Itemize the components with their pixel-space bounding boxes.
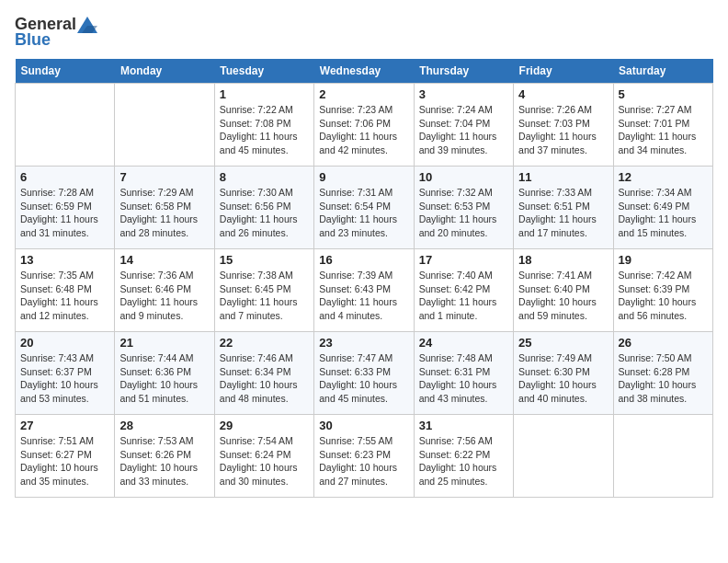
calendar-cell: 21Sunrise: 7:44 AMSunset: 6:36 PMDayligh…: [115, 332, 214, 415]
calendar-cell: 1Sunrise: 7:22 AMSunset: 7:08 PMDaylight…: [214, 84, 313, 167]
day-info: Sunrise: 7:31 AMSunset: 6:54 PMDaylight:…: [319, 186, 408, 240]
day-info: Sunrise: 7:35 AMSunset: 6:48 PMDaylight:…: [20, 269, 109, 323]
day-number: 19: [619, 253, 708, 267]
day-header-monday: Monday: [115, 59, 214, 84]
day-info: Sunrise: 7:32 AMSunset: 6:53 PMDaylight:…: [419, 186, 508, 240]
day-number: 23: [319, 336, 408, 350]
calendar-cell: [16, 84, 115, 167]
logo-blue-text: Blue: [15, 30, 51, 50]
calendar-cell: 20Sunrise: 7:43 AMSunset: 6:37 PMDayligh…: [16, 332, 115, 415]
calendar-cell: 9Sunrise: 7:31 AMSunset: 6:54 PMDaylight…: [314, 167, 414, 249]
day-info: Sunrise: 7:34 AMSunset: 6:49 PMDaylight:…: [619, 186, 708, 240]
day-info: Sunrise: 7:46 AMSunset: 6:34 PMDaylight:…: [220, 351, 309, 406]
day-number: 24: [419, 336, 508, 350]
day-number: 6: [20, 170, 109, 184]
day-number: 30: [319, 419, 408, 432]
day-info: Sunrise: 7:41 AMSunset: 6:40 PMDaylight:…: [518, 269, 608, 323]
day-info: Sunrise: 7:54 AMSunset: 6:24 PMDaylight:…: [220, 434, 309, 488]
day-number: 28: [119, 419, 209, 432]
day-number: 5: [619, 87, 708, 101]
calendar-cell: 11Sunrise: 7:33 AMSunset: 6:51 PMDayligh…: [514, 167, 613, 249]
calendar-cell: 29Sunrise: 7:54 AMSunset: 6:24 PMDayligh…: [214, 415, 313, 498]
calendar-cell: 30Sunrise: 7:55 AMSunset: 6:23 PMDayligh…: [314, 415, 414, 498]
day-info: Sunrise: 7:30 AMSunset: 6:56 PMDaylight:…: [220, 186, 309, 240]
day-info: Sunrise: 7:56 AMSunset: 6:22 PMDaylight:…: [419, 434, 508, 488]
day-info: Sunrise: 7:22 AMSunset: 7:08 PMDaylight:…: [220, 103, 309, 157]
calendar-cell: 6Sunrise: 7:28 AMSunset: 6:59 PMDaylight…: [16, 167, 115, 249]
day-number: 17: [419, 253, 508, 267]
calendar-cell: 18Sunrise: 7:41 AMSunset: 6:40 PMDayligh…: [514, 249, 613, 332]
day-number: 9: [319, 170, 408, 184]
logo-icon: [77, 17, 97, 33]
day-info: Sunrise: 7:33 AMSunset: 6:51 PMDaylight:…: [518, 186, 608, 240]
calendar-cell: 25Sunrise: 7:49 AMSunset: 6:30 PMDayligh…: [514, 332, 613, 415]
day-info: Sunrise: 7:43 AMSunset: 6:37 PMDaylight:…: [20, 351, 109, 406]
day-info: Sunrise: 7:36 AMSunset: 6:46 PMDaylight:…: [119, 269, 209, 323]
day-header-tuesday: Tuesday: [214, 59, 313, 84]
calendar-cell: 13Sunrise: 7:35 AMSunset: 6:48 PMDayligh…: [16, 249, 115, 332]
day-header-sunday: Sunday: [16, 59, 115, 84]
day-info: Sunrise: 7:27 AMSunset: 7:01 PMDaylight:…: [619, 103, 708, 157]
day-number: 26: [619, 336, 708, 350]
calendar-cell: 19Sunrise: 7:42 AMSunset: 6:39 PMDayligh…: [613, 249, 712, 332]
day-info: Sunrise: 7:53 AMSunset: 6:26 PMDaylight:…: [119, 434, 209, 488]
calendar-week-row: 20Sunrise: 7:43 AMSunset: 6:37 PMDayligh…: [16, 332, 713, 415]
day-number: 13: [20, 253, 109, 267]
day-info: Sunrise: 7:50 AMSunset: 6:28 PMDaylight:…: [619, 351, 708, 406]
calendar-week-row: 1Sunrise: 7:22 AMSunset: 7:08 PMDaylight…: [16, 84, 713, 167]
calendar-header-row: SundayMondayTuesdayWednesdayThursdayFrid…: [16, 59, 713, 84]
day-header-thursday: Thursday: [414, 59, 513, 84]
day-info: Sunrise: 7:48 AMSunset: 6:31 PMDaylight:…: [419, 351, 508, 406]
calendar-cell: 24Sunrise: 7:48 AMSunset: 6:31 PMDayligh…: [414, 332, 513, 415]
day-number: 16: [319, 253, 408, 267]
day-number: 11: [518, 170, 608, 184]
calendar-cell: 5Sunrise: 7:27 AMSunset: 7:01 PMDaylight…: [613, 84, 712, 167]
day-header-wednesday: Wednesday: [314, 59, 414, 84]
day-info: Sunrise: 7:38 AMSunset: 6:45 PMDaylight:…: [220, 269, 309, 323]
calendar-cell: 17Sunrise: 7:40 AMSunset: 6:42 PMDayligh…: [414, 249, 513, 332]
calendar-cell: [514, 415, 613, 498]
calendar-cell: [613, 415, 712, 498]
day-info: Sunrise: 7:40 AMSunset: 6:42 PMDaylight:…: [419, 269, 508, 323]
calendar-cell: 16Sunrise: 7:39 AMSunset: 6:43 PMDayligh…: [314, 249, 414, 332]
day-number: 3: [419, 87, 508, 101]
calendar-cell: 14Sunrise: 7:36 AMSunset: 6:46 PMDayligh…: [115, 249, 214, 332]
page-header: General Blue: [15, 15, 713, 50]
day-number: 22: [220, 336, 309, 350]
calendar-cell: 10Sunrise: 7:32 AMSunset: 6:53 PMDayligh…: [414, 167, 513, 249]
day-header-saturday: Saturday: [613, 59, 712, 84]
calendar-cell: 8Sunrise: 7:30 AMSunset: 6:56 PMDaylight…: [214, 167, 313, 249]
calendar-week-row: 6Sunrise: 7:28 AMSunset: 6:59 PMDaylight…: [16, 167, 713, 249]
day-info: Sunrise: 7:24 AMSunset: 7:04 PMDaylight:…: [419, 103, 508, 157]
calendar-cell: 28Sunrise: 7:53 AMSunset: 6:26 PMDayligh…: [115, 415, 214, 498]
logo: General Blue: [15, 15, 98, 50]
day-number: 14: [119, 253, 209, 267]
calendar-cell: 2Sunrise: 7:23 AMSunset: 7:06 PMDaylight…: [314, 84, 414, 167]
calendar-cell: 22Sunrise: 7:46 AMSunset: 6:34 PMDayligh…: [214, 332, 313, 415]
day-number: 10: [419, 170, 508, 184]
day-number: 20: [20, 336, 109, 350]
calendar-week-row: 27Sunrise: 7:51 AMSunset: 6:27 PMDayligh…: [16, 415, 713, 498]
calendar-cell: 31Sunrise: 7:56 AMSunset: 6:22 PMDayligh…: [414, 415, 513, 498]
day-number: 8: [220, 170, 309, 184]
day-number: 27: [20, 419, 109, 432]
calendar-cell: 23Sunrise: 7:47 AMSunset: 6:33 PMDayligh…: [314, 332, 414, 415]
day-info: Sunrise: 7:23 AMSunset: 7:06 PMDaylight:…: [319, 103, 408, 157]
calendar-cell: 7Sunrise: 7:29 AMSunset: 6:58 PMDaylight…: [115, 167, 214, 249]
day-info: Sunrise: 7:28 AMSunset: 6:59 PMDaylight:…: [20, 186, 109, 240]
calendar-cell: [115, 84, 214, 167]
day-number: 12: [619, 170, 708, 184]
day-number: 7: [119, 170, 209, 184]
day-info: Sunrise: 7:29 AMSunset: 6:58 PMDaylight:…: [119, 186, 209, 240]
calendar-cell: 4Sunrise: 7:26 AMSunset: 7:03 PMDaylight…: [514, 84, 613, 167]
day-header-friday: Friday: [514, 59, 613, 84]
calendar-cell: 27Sunrise: 7:51 AMSunset: 6:27 PMDayligh…: [16, 415, 115, 498]
day-number: 1: [220, 87, 309, 101]
day-number: 2: [319, 87, 408, 101]
calendar-cell: 3Sunrise: 7:24 AMSunset: 7:04 PMDaylight…: [414, 84, 513, 167]
day-info: Sunrise: 7:47 AMSunset: 6:33 PMDaylight:…: [319, 351, 408, 406]
day-number: 31: [419, 419, 508, 432]
calendar-cell: 26Sunrise: 7:50 AMSunset: 6:28 PMDayligh…: [613, 332, 712, 415]
day-info: Sunrise: 7:55 AMSunset: 6:23 PMDaylight:…: [319, 434, 408, 488]
day-info: Sunrise: 7:44 AMSunset: 6:36 PMDaylight:…: [119, 351, 209, 406]
